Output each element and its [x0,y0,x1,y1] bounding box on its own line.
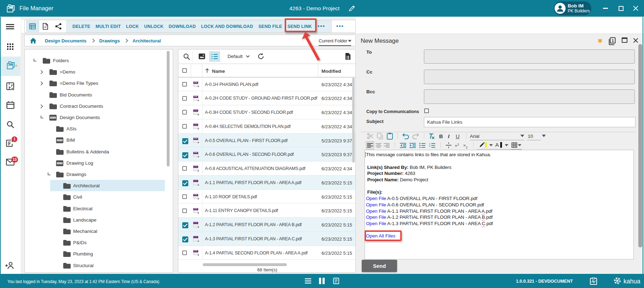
svg-text:2: 2 [429,145,431,147]
svg-text:1: 1 [611,39,614,43]
